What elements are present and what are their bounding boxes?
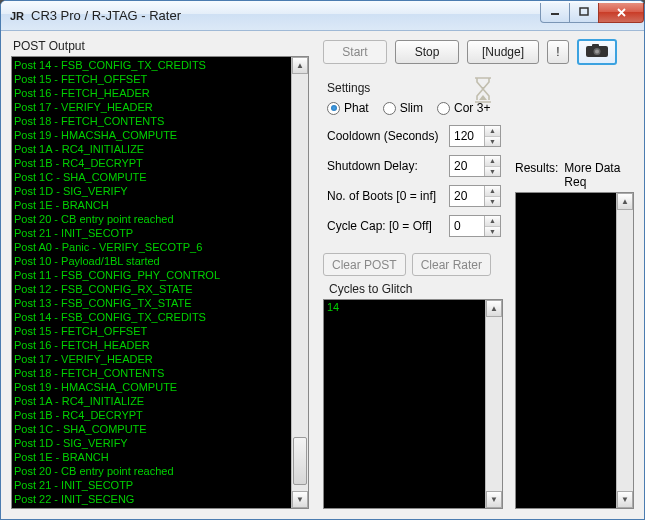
scroll-down-icon[interactable]: ▼ [486,491,502,508]
post-scrollbar[interactable]: ▲ ▼ [291,57,308,508]
scroll-up-icon[interactable]: ▲ [292,57,308,74]
cycles-label: Cycles to Glitch [323,282,503,296]
svg-point-5 [595,50,599,54]
shutdown-stepper[interactable]: ▲▼ [449,155,501,177]
chevron-down-icon[interactable]: ▼ [485,227,500,237]
scroll-thumb[interactable] [293,437,307,485]
radio-icon [327,102,340,115]
cap-input[interactable] [450,216,484,236]
radio-icon [383,102,396,115]
shutdown-input[interactable] [450,156,484,176]
post-output-console[interactable]: Post 14 - FSB_CONFIG_TX_CREDITS Post 15 … [11,56,309,509]
start-button[interactable]: Start [323,40,387,64]
chevron-up-icon[interactable]: ▲ [485,216,500,227]
titlebar[interactable]: JR CR3 Pro / R-JTAG - Rater [1,1,644,31]
bang-button[interactable]: ! [547,40,569,64]
chevron-up-icon[interactable]: ▲ [485,156,500,167]
hourglass-icon [469,75,497,108]
scroll-up-icon[interactable]: ▲ [617,193,633,210]
cycles-scrollbar[interactable]: ▲ ▼ [485,300,502,508]
window-title: CR3 Pro / R-JTAG - Rater [31,8,541,23]
radio-slim[interactable]: Slim [383,101,423,115]
radio-phat[interactable]: Phat [327,101,369,115]
camera-icon [585,43,609,61]
svg-rect-3 [592,44,599,47]
boots-label: No. of Boots [0 = inf] [327,189,443,203]
cycles-list[interactable]: 14 ▲ ▼ [323,299,503,509]
chevron-up-icon[interactable]: ▲ [485,126,500,137]
boots-stepper[interactable]: ▲▼ [449,185,501,207]
chevron-down-icon[interactable]: ▼ [485,197,500,207]
cooldown-input[interactable] [450,126,484,146]
radio-icon [437,102,450,115]
stop-button[interactable]: Stop [395,40,459,64]
cap-label: Cycle Cap: [0 = Off] [327,219,443,233]
cooldown-stepper[interactable]: ▲▼ [449,125,501,147]
svg-rect-1 [580,8,588,15]
nudge-button[interactable]: [Nudge] [467,40,539,64]
results-label: Results: [515,161,558,189]
cooldown-label: Cooldown (Seconds) [327,129,443,143]
chevron-up-icon[interactable]: ▲ [485,186,500,197]
svg-rect-0 [551,13,559,15]
screenshot-button[interactable] [577,39,617,65]
results-list[interactable]: ▲ ▼ [515,192,634,509]
clear-post-button[interactable]: Clear POST [323,253,406,276]
clear-rater-button[interactable]: Clear Rater [412,253,491,276]
maximize-button[interactable] [569,3,599,23]
chevron-down-icon[interactable]: ▼ [485,137,500,147]
client-area: POST Output Post 14 - FSB_CONFIG_TX_CRED… [1,31,644,519]
scroll-down-icon[interactable]: ▼ [292,491,308,508]
boots-input[interactable] [450,186,484,206]
app-window: JR CR3 Pro / R-JTAG - Rater POST Output … [0,0,645,520]
minimize-button[interactable] [540,3,570,23]
results-scrollbar[interactable]: ▲ ▼ [616,193,633,508]
chevron-down-icon[interactable]: ▼ [485,167,500,177]
cap-stepper[interactable]: ▲▼ [449,215,501,237]
shutdown-label: Shutdown Delay: [327,159,443,173]
settings-group: Settings Phat [323,75,503,249]
results-status: More Data Req [564,161,634,189]
post-output-label: POST Output [11,39,309,53]
close-button[interactable] [598,3,644,23]
scroll-down-icon[interactable]: ▼ [617,491,633,508]
scroll-up-icon[interactable]: ▲ [486,300,502,317]
app-icon: JR [9,8,25,24]
